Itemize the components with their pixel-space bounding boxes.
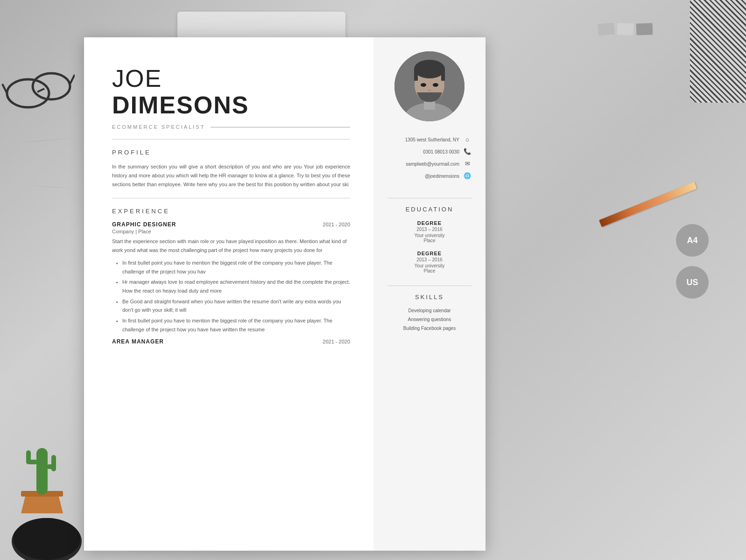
- resume-left-panel: JOE DIMESONS ECOMMERCE SPECIALIST PROFIL…: [84, 37, 373, 551]
- first-name: JOE: [112, 65, 350, 92]
- job1-title: GRAPHIC DESIGNER: [112, 221, 176, 228]
- us-size-button[interactable]: US: [676, 266, 709, 299]
- experience-section-title: EXPERIENCE: [112, 208, 350, 215]
- phone-row: 0301 08013 0030 📞: [387, 147, 472, 156]
- us-label: US: [686, 278, 698, 287]
- svg-point-23: [433, 83, 438, 87]
- education-divider: [387, 286, 472, 286]
- phone-text: 0301 08013 0030: [423, 149, 459, 154]
- skill-item-3: Building Facebook pages: [403, 326, 456, 331]
- contact-divider: [387, 198, 472, 198]
- bullet-item: Be Good and straight forward when you ha…: [122, 297, 350, 315]
- job2-title: AREA MANAGER: [112, 338, 164, 345]
- job1-date: 2021 - 2020: [323, 222, 350, 227]
- skills-section-title: SKILLS: [415, 294, 444, 301]
- edu1-university: Your university: [414, 233, 444, 238]
- address-row: 1305 west Sutherland, NY ⌂: [387, 135, 472, 144]
- name-divider: [112, 139, 350, 140]
- address-text: 1305 west Sutherland, NY: [405, 137, 459, 142]
- job1-header: GRAPHIC DESIGNER 2021 - 2020: [112, 221, 350, 228]
- resume-right-sidebar: 1305 west Sutherland, NY ⌂ 0301 08013 00…: [373, 37, 486, 551]
- bullet-item: In first bullet point you have to mentio…: [122, 259, 350, 276]
- profile-section-title: PROFILE: [112, 149, 350, 156]
- email-icon: ✉: [463, 160, 472, 168]
- bullet-item: In first bullet point you have to mentio…: [122, 316, 350, 334]
- edu2-place: Place: [414, 268, 444, 273]
- job2-header: AREA MANAGER 2021 - 2020: [112, 338, 350, 345]
- job1-company: Company | Place: [112, 229, 350, 234]
- profile-photo: [394, 51, 464, 121]
- job-title: ECOMMERCE SPECIALIST: [112, 124, 350, 130]
- skill-item-1: Developing calendar: [408, 308, 450, 313]
- job1-bullets: In first bullet point you have to mentio…: [112, 259, 350, 334]
- name-section: JOE DIMESONS ECOMMERCE SPECIALIST: [112, 65, 350, 130]
- edu1-degree: DEGREE: [414, 220, 444, 226]
- last-name: DIMESONS: [112, 92, 350, 119]
- edu2-university: Your university: [414, 263, 444, 268]
- website-text: @joedimensions: [425, 174, 459, 179]
- profile-divider: [112, 198, 350, 198]
- edu-entry-1: DEGREE 2013 – 2016 Your university Place: [414, 220, 444, 243]
- email-row: samplweb@yourmail.com ✉: [387, 160, 472, 168]
- email-text: samplweb@yourmail.com: [406, 161, 459, 167]
- skill-item-2: Answering questions: [408, 317, 451, 322]
- web-icon: 🌐: [463, 172, 472, 180]
- svg-point-22: [421, 83, 426, 87]
- edu1-place: Place: [414, 238, 444, 243]
- paper-size-options: A4 US: [676, 224, 709, 299]
- bullet-item: Hr manager always love to read employee …: [122, 278, 350, 295]
- job2-date: 2021 - 2020: [323, 339, 350, 344]
- edu-entry-2: DEGREE 2013 – 2016 Your university Place: [414, 251, 444, 273]
- education-section-title: EDUCATION: [406, 206, 454, 213]
- job1-description: Start the experience section with main r…: [112, 237, 350, 254]
- a4-size-button[interactable]: A4: [676, 224, 709, 257]
- home-icon: ⌂: [463, 135, 472, 144]
- profile-text: In the summary section you will give a s…: [112, 162, 350, 189]
- svg-point-19: [414, 60, 445, 78]
- edu2-years: 2013 – 2016: [414, 257, 444, 262]
- edu1-years: 2013 – 2016: [414, 227, 444, 232]
- edu2-degree: DEGREE: [414, 251, 444, 256]
- svg-rect-21: [441, 69, 445, 81]
- website-row: @joedimensions 🌐: [387, 172, 472, 180]
- phone-icon: 📞: [463, 147, 472, 156]
- contact-section: 1305 west Sutherland, NY ⌂ 0301 08013 00…: [387, 135, 472, 184]
- svg-rect-20: [414, 69, 418, 81]
- resume-paper: JOE DIMESONS ECOMMERCE SPECIALIST PROFIL…: [84, 37, 486, 551]
- a4-label: A4: [687, 236, 697, 245]
